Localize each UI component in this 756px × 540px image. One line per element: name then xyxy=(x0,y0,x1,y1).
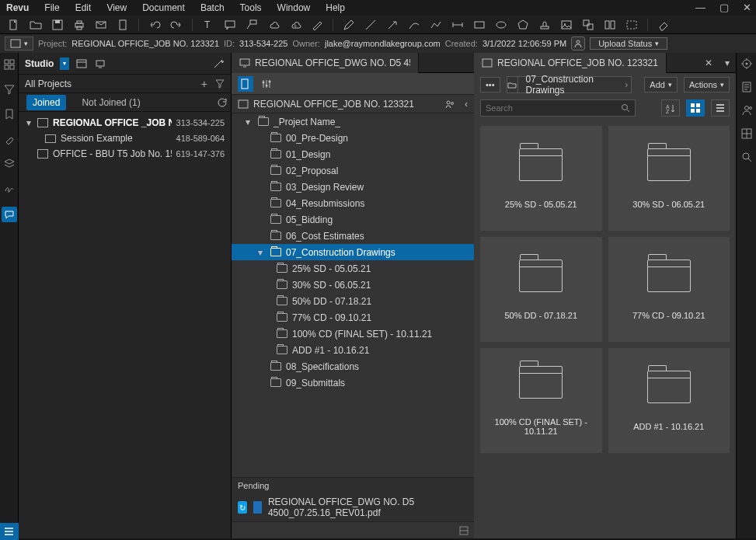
rail-bookmarks-icon[interactable] xyxy=(2,107,16,121)
polyline-icon[interactable] xyxy=(430,19,442,31)
tree-node[interactable]: 02_Proposal xyxy=(232,162,474,179)
settings-icon[interactable] xyxy=(261,78,272,89)
cloudplus-icon[interactable]: + xyxy=(289,19,301,31)
menu-batch[interactable]: Batch xyxy=(200,2,225,13)
breadcrumb-home-icon[interactable] xyxy=(507,81,517,89)
search-input[interactable] xyxy=(480,99,636,117)
polygon-icon[interactable] xyxy=(517,19,529,31)
save-icon[interactable] xyxy=(51,19,64,31)
menu-tools[interactable]: Tools xyxy=(240,2,262,13)
text-icon[interactable]: T xyxy=(202,19,214,31)
maximize-icon[interactable]: ▢ xyxy=(719,2,729,13)
highlight-icon[interactable] xyxy=(311,19,323,31)
rail-layers-icon[interactable] xyxy=(2,157,16,171)
folder-card[interactable]: 30% SD - 06.05.21 xyxy=(608,126,730,231)
tab-joined[interactable]: Joined xyxy=(26,95,66,110)
print-icon[interactable] xyxy=(73,19,85,31)
rail-thumbnails-icon[interactable] xyxy=(2,57,16,71)
arc-icon[interactable] xyxy=(408,19,420,31)
tree-node[interactable]: 05_Bidding xyxy=(232,211,474,228)
panel-toggle-button[interactable] xyxy=(0,523,19,540)
compare-icon[interactable] xyxy=(604,19,616,31)
rail-filter-icon[interactable] xyxy=(2,82,16,96)
folder-card[interactable]: ADD #1 - 10.16.21 xyxy=(608,348,730,453)
menu-help[interactable]: Help xyxy=(326,2,345,13)
tree-node[interactable]: 50% DD - 07.18.21 xyxy=(232,293,474,309)
project-row[interactable]: ▾ REGIONAL OFFICE _JOB NO. 123321 313-53… xyxy=(19,115,231,131)
tree-view-icon[interactable] xyxy=(238,76,253,92)
ellipse-icon[interactable] xyxy=(495,19,507,31)
folder-card[interactable]: 50% DD - 07.18.21 xyxy=(480,237,602,342)
rect-icon[interactable] xyxy=(473,19,486,31)
image-icon[interactable] xyxy=(560,19,573,31)
rail-search-icon[interactable] xyxy=(740,151,753,163)
tree-node[interactable]: ADD #1 - 10.16.21 xyxy=(232,342,474,358)
tree-node[interactable]: ▾_Project Name_ xyxy=(232,113,474,130)
new-icon[interactable] xyxy=(8,19,20,31)
line-icon[interactable] xyxy=(364,19,377,31)
rail-signatures-icon[interactable] xyxy=(2,182,16,196)
search-field[interactable] xyxy=(486,103,616,113)
folder-card[interactable]: 100% CD (FINAL SET) - 10.11.21 xyxy=(480,348,602,453)
folder-card[interactable]: 25% SD - 05.05.21 xyxy=(480,126,602,231)
snapshot-icon[interactable] xyxy=(625,19,638,31)
expand-icon[interactable] xyxy=(458,525,469,536)
dimension-icon[interactable] xyxy=(451,19,464,31)
pending-file-row[interactable]: ↻ REGIONAL OFFICE_DWG NO. D5 4500_07.25.… xyxy=(232,493,474,521)
rail-studio-icon[interactable] xyxy=(2,207,17,222)
studio-sessions-icon[interactable] xyxy=(94,57,106,70)
undo-icon[interactable] xyxy=(148,19,161,31)
tree-node[interactable]: ▾07_Construction Drawings xyxy=(232,244,474,260)
note-icon[interactable] xyxy=(224,19,236,31)
menu-document[interactable]: Document xyxy=(142,2,185,13)
chevron-left-icon[interactable]: ‹ xyxy=(465,99,468,110)
eraser-icon[interactable] xyxy=(657,19,670,31)
minimize-icon[interactable]: — xyxy=(695,2,705,13)
rail-properties-icon[interactable] xyxy=(740,57,753,70)
group-icon[interactable] xyxy=(582,19,594,31)
tab-not-joined[interactable]: Not Joined (1) xyxy=(75,95,146,110)
arrow-icon[interactable] xyxy=(386,19,399,31)
rail-people-icon[interactable] xyxy=(740,104,753,117)
tab-chevron-icon[interactable]: ▾ xyxy=(719,57,736,68)
studio-dropdown[interactable]: ▾ xyxy=(60,57,69,70)
tree-node[interactable]: 30% SD - 06.05.21 xyxy=(232,277,474,293)
grid-view-button[interactable] xyxy=(686,99,705,117)
stamp-icon[interactable] xyxy=(538,19,551,31)
chevron-right-icon[interactable]: › xyxy=(622,79,631,90)
redo-icon[interactable] xyxy=(170,19,183,31)
document-tab[interactable]: REGIONAL OFFICE_DWG NO. D5 4500_07.25.16 xyxy=(232,53,419,73)
user-icon[interactable] xyxy=(571,37,585,51)
close-icon[interactable]: ✕ xyxy=(743,2,751,13)
tree-node[interactable]: 04_Resubmissions xyxy=(232,195,474,211)
menu-edit[interactable]: Edit xyxy=(75,2,92,13)
tree-node[interactable]: 08_Specifications xyxy=(232,358,474,375)
open-icon[interactable] xyxy=(30,19,42,31)
pen-icon[interactable] xyxy=(343,19,355,31)
page-icon[interactable] xyxy=(117,19,129,31)
breadcrumb-more[interactable]: ••• xyxy=(480,77,500,92)
menu-view[interactable]: View xyxy=(106,2,127,13)
close-tab-icon[interactable]: ✕ xyxy=(699,57,719,68)
upload-status-button[interactable]: Upload Status ▾ xyxy=(590,37,667,50)
tree-node[interactable]: 77% CD - 09.10.21 xyxy=(232,309,474,326)
people-icon[interactable] xyxy=(444,99,455,110)
studio-settings-icon[interactable] xyxy=(212,57,225,70)
tree-node[interactable]: 03_Design Review xyxy=(232,179,474,195)
menu-file[interactable]: File xyxy=(44,2,59,13)
content-tab[interactable]: REGIONAL OFFICE_JOB NO. 123321 xyxy=(474,53,667,73)
tree-node[interactable]: 100% CD (FINAL SET) - 10.11.21 xyxy=(232,326,474,342)
email-icon[interactable] xyxy=(95,19,107,31)
actions-button[interactable]: Actions▾ xyxy=(684,77,730,92)
add-button[interactable]: Add▾ xyxy=(644,77,678,92)
cloud-icon[interactable] xyxy=(267,19,280,31)
project-selector[interactable]: ▾ xyxy=(5,37,33,51)
rail-markups-icon[interactable] xyxy=(740,127,753,140)
callout-icon[interactable] xyxy=(246,19,258,31)
rail-tools-icon[interactable] xyxy=(2,132,16,146)
filter-icon[interactable] xyxy=(215,79,225,89)
add-project-icon[interactable]: + xyxy=(201,78,207,90)
menu-revu[interactable]: Revu xyxy=(6,2,29,13)
tree-node[interactable]: 01_Design xyxy=(232,146,474,162)
project-row[interactable]: OFFICE - BBU T5 Job No. 15678 619-147-37… xyxy=(19,146,231,162)
